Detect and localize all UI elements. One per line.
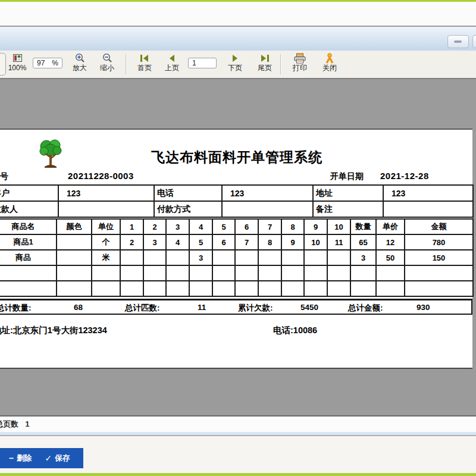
remark-label: 备注 (313, 201, 383, 217)
info-row-2: 收款人 付款方式 备注 (0, 201, 473, 217)
order-no-label: 单号 (0, 171, 8, 182)
cell (235, 265, 258, 281)
status-bar: 总页数1 (0, 416, 476, 432)
cell: 个 (92, 234, 120, 250)
cell: 50 (376, 250, 405, 265)
cell (189, 265, 212, 281)
cell (327, 281, 350, 296)
close-label: 关闭 (317, 64, 343, 72)
zoom-out-label: 缩小 (94, 64, 120, 72)
page-number-input[interactable] (188, 58, 217, 68)
minimize-button[interactable] (447, 35, 469, 48)
cell (212, 265, 235, 281)
first-page-icon (132, 52, 157, 64)
order-no-value: 20211228-0003 (68, 171, 134, 181)
order-date-label: 开单日期 (330, 171, 364, 182)
col-header: 颜色 (57, 219, 92, 234)
col-header: 4 (189, 219, 212, 234)
cell: 11 (327, 234, 350, 250)
cell: 8 (258, 234, 281, 250)
print-icon (287, 52, 313, 64)
cell (350, 281, 376, 296)
toolbar-separator (280, 54, 281, 74)
total-debt-label: 累计欠款: (238, 303, 273, 314)
col-header: 1 (120, 219, 143, 234)
col-header: 8 (281, 219, 304, 234)
col-header: 金额 (405, 219, 473, 234)
cell (57, 234, 92, 250)
cell (376, 265, 405, 281)
col-header: 单位 (92, 219, 120, 234)
total-amount-label: 总计金额: (348, 303, 383, 314)
col-header: 10 (327, 219, 350, 234)
close-icon (317, 52, 343, 64)
cell (92, 281, 120, 296)
phone-value: 123 (222, 185, 313, 201)
cell (350, 265, 376, 281)
zoom-out-button[interactable]: 缩小 (94, 52, 120, 72)
cell (166, 250, 189, 265)
cell (120, 265, 143, 281)
cell: 商品 (0, 250, 57, 265)
cell (327, 250, 350, 265)
minimize-icon (454, 40, 462, 43)
first-page-button[interactable]: 首页 (132, 52, 157, 72)
cell (405, 281, 473, 296)
cell (281, 281, 304, 296)
prev-page-button[interactable]: 上页 (159, 52, 184, 72)
remark-value (383, 201, 473, 217)
cell (212, 281, 235, 296)
action-button-bar: − 删除 ✓ 保存 (0, 448, 83, 468)
cell (235, 281, 258, 296)
next-page-icon (223, 52, 248, 64)
tree-logo-icon (37, 138, 64, 170)
goods-row: 商品 米 3 3 50 150 (0, 250, 473, 265)
payment-value (222, 201, 313, 217)
cell (57, 281, 92, 296)
last-page-icon (252, 52, 277, 64)
cell (120, 250, 143, 265)
address-value: 123 (383, 185, 473, 201)
print-button[interactable]: 打印 (287, 52, 313, 72)
cell (166, 281, 189, 296)
goods-table: 商品名 颜色 单位 1 2 3 4 5 6 7 8 9 10 数量 单价 金额 … (0, 218, 474, 297)
order-info-table: 客户 123 电话 123 地址 123 收款人 付款方式 备注 (0, 184, 474, 218)
save-button-label: 保存 (55, 453, 70, 464)
cell (212, 250, 235, 265)
zoom-100-button[interactable]: 100% (4, 52, 31, 72)
cell (304, 265, 327, 281)
cell: 3 (189, 250, 212, 265)
total-qty-label: 总计数量: (0, 303, 32, 314)
last-page-button[interactable]: 尾页 (252, 52, 277, 72)
cell (258, 281, 281, 296)
next-page-button[interactable]: 下页 (223, 52, 248, 72)
cell (304, 250, 327, 265)
col-header: 单价 (376, 219, 405, 234)
col-header: 2 (143, 219, 166, 234)
cell: 4 (166, 234, 189, 250)
delete-button[interactable]: − 删除 (9, 453, 32, 464)
window-bottom-border (0, 473, 476, 476)
last-page-label: 尾页 (252, 64, 277, 72)
payee-label: 收款人 (0, 201, 58, 217)
cell (57, 250, 92, 265)
document-title: 飞达布料面料开单管理系统 (151, 148, 322, 167)
zoom-percent-input[interactable]: 97 % (33, 58, 62, 68)
save-button[interactable]: ✓ 保存 (45, 453, 70, 464)
zoom-out-icon (94, 52, 120, 64)
customer-value: 123 (58, 185, 154, 201)
cell (143, 265, 166, 281)
zoom-in-button[interactable]: 放大 (67, 52, 93, 72)
cell (327, 265, 350, 281)
phone-label: 电话 (154, 185, 222, 201)
close-button[interactable]: 关闭 (317, 52, 343, 72)
print-preview-area[interactable]: 飞达布料面料开单管理系统 单号 20211228-0003 开单日期 2021-… (0, 79, 476, 416)
cell (281, 250, 304, 265)
cell: 7 (235, 234, 258, 250)
cell: 10 (304, 234, 327, 250)
print-label: 打印 (287, 64, 313, 72)
goods-row (0, 265, 473, 281)
window-button-partial[interactable] (472, 35, 476, 48)
cell: 2 (120, 234, 143, 250)
check-icon: ✓ (45, 453, 52, 463)
